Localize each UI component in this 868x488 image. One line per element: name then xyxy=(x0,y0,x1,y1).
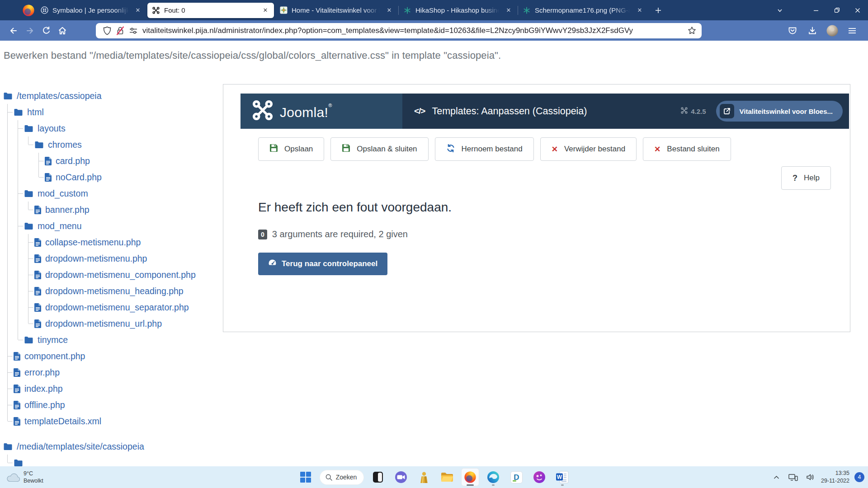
new-tab-button[interactable] xyxy=(651,4,665,17)
clock-widget[interactable]: 13:35 29-11-2022 xyxy=(821,469,849,485)
tab-close-button[interactable]: ✕ xyxy=(261,6,269,14)
browser-tab-5[interactable]: Schermopname176.png (PNG-a✕ xyxy=(518,3,648,18)
pocket-icon[interactable] xyxy=(784,23,801,38)
toolbar-button-1[interactable]: Opslaan xyxy=(258,137,324,161)
home-button[interactable] xyxy=(54,23,71,38)
tree-folder[interactable]: /templates/cassiopeia xyxy=(3,88,216,104)
tree-guide xyxy=(14,169,24,185)
bookmark-star-icon[interactable] xyxy=(688,26,696,35)
tree-folder[interactable]: mod_menu xyxy=(3,218,216,234)
tab-close-button[interactable]: ✕ xyxy=(385,6,393,14)
tab-close-button[interactable]: ✕ xyxy=(505,6,513,14)
browser-tab-4[interactable]: HikaShop - Hikashop business n✕ xyxy=(399,3,517,18)
taskbar-app-word[interactable]: W xyxy=(553,468,571,486)
tray-chevron-up-icon[interactable] xyxy=(771,470,783,484)
list-all-tabs-button[interactable] xyxy=(772,4,788,17)
tree-file[interactable]: collapse-metismenu.php xyxy=(3,234,216,250)
downloads-icon[interactable] xyxy=(804,23,821,38)
tree-guide xyxy=(14,234,24,250)
tree-guide xyxy=(3,380,14,397)
help-button[interactable]: ? Help xyxy=(781,166,831,190)
taskbar-app-firefox[interactable] xyxy=(461,468,479,486)
tab-close-button[interactable]: ✕ xyxy=(636,6,644,14)
tree-file[interactable]: index.php xyxy=(3,380,216,397)
question-icon: ? xyxy=(793,174,797,183)
asterisk-favicon-icon xyxy=(403,6,411,14)
taskbar-app-purple-app[interactable] xyxy=(530,468,548,486)
tree-folder[interactable]: chromes xyxy=(3,136,216,153)
permissions-icon[interactable] xyxy=(129,27,137,34)
taskbar-app-gold-figure[interactable] xyxy=(415,468,433,486)
taskbar-search[interactable]: Zoeken xyxy=(320,470,364,485)
insecure-lock-icon[interactable] xyxy=(116,26,124,35)
minimize-button[interactable] xyxy=(806,0,826,20)
close-button[interactable] xyxy=(847,0,868,20)
tree-file[interactable]: error.php xyxy=(3,364,216,380)
restore-button[interactable] xyxy=(826,0,847,20)
toolbar-button-3[interactable]: Hernoem bestand xyxy=(435,137,534,161)
forward-button[interactable] xyxy=(22,23,38,38)
browser-tab-1[interactable]: Symbaloo | Je persoonlijke Star✕ xyxy=(36,3,146,18)
tree-guide xyxy=(14,315,24,332)
tree-file[interactable]: noCard.php xyxy=(3,169,216,185)
tree-folder[interactable]: /media/templates/site/cassiopeia xyxy=(3,438,216,455)
tree-folder[interactable]: html xyxy=(3,104,216,120)
tree-folder[interactable]: mod_custom xyxy=(3,185,216,202)
taskbar-app-d-app[interactable]: D xyxy=(507,468,525,486)
url-text[interactable]: vitaliteitswinkel.pija.nl/administrator/… xyxy=(142,26,683,35)
account-avatar[interactable] xyxy=(824,23,841,38)
file-icon xyxy=(34,271,41,279)
tree-file[interactable]: card.php xyxy=(3,153,216,169)
back-button[interactable] xyxy=(5,23,22,38)
taskbar-app-file-explorer[interactable] xyxy=(438,468,456,486)
tray-volume-icon[interactable] xyxy=(804,470,816,484)
tree-file[interactable]: offline.php xyxy=(3,397,216,413)
reload-button[interactable] xyxy=(38,23,54,38)
tree-file[interactable]: banner.php xyxy=(3,202,216,218)
tree-file[interactable]: templateDetails.xml xyxy=(3,413,216,429)
tree-guide xyxy=(24,250,34,267)
tracking-shield-icon[interactable] xyxy=(103,26,111,35)
tree-file[interactable]: dropdown-metismenu_separator.php xyxy=(3,299,216,315)
tree-guide xyxy=(3,185,14,202)
tree-item-label: layouts xyxy=(38,123,66,134)
url-bar[interactable]: vitaliteitswinkel.pija.nl/administrator/… xyxy=(96,23,702,38)
tree-guide xyxy=(24,283,34,299)
tree-folder[interactable]: layouts xyxy=(3,120,216,136)
file-icon xyxy=(45,173,52,182)
browser-tab-2[interactable]: Fout: 0✕ xyxy=(147,3,274,18)
tree-file[interactable]: dropdown-metismenu_component.php xyxy=(3,267,216,283)
windows-start-button[interactable] xyxy=(297,468,315,486)
tree-guide xyxy=(24,299,34,315)
external-link-icon xyxy=(720,104,734,118)
taskbar-app-video-call[interactable] xyxy=(392,468,410,486)
tree-item-label: dropdown-metismenu_separator.php xyxy=(45,302,189,313)
toolbar-button-2[interactable]: Opslaan & sluiten xyxy=(330,137,428,161)
taskbar-app-phone-link[interactable] xyxy=(369,468,387,486)
toolbar-button-5[interactable]: ✕Bestand sluiten xyxy=(643,137,731,161)
file-explorer-icon xyxy=(440,472,454,483)
tree-guide xyxy=(3,218,14,234)
taskbar-app-edge-browser[interactable] xyxy=(484,468,502,486)
folder-icon xyxy=(24,125,33,132)
menu-hamburger-icon[interactable] xyxy=(844,23,861,38)
code-icon: </> xyxy=(414,106,425,116)
tree-folder[interactable]: tinymce xyxy=(3,332,216,348)
file-icon xyxy=(14,368,20,377)
back-to-controlpanel-button[interactable]: Terug naar controlepaneel xyxy=(258,253,387,275)
tree-file[interactable]: component.php xyxy=(3,348,216,364)
tab-close-button[interactable]: ✕ xyxy=(134,6,142,14)
joomla-brand-text: Joomla!® xyxy=(280,103,332,120)
tree-folder-partial[interactable] xyxy=(3,455,216,466)
tree-file[interactable]: dropdown-metismenu_heading.php xyxy=(3,283,216,299)
browser-tab-3[interactable]: Home - Vitaliteitswinkel voor Bl✕ xyxy=(275,3,398,18)
tree-file[interactable]: dropdown-metismenu.php xyxy=(3,250,216,267)
tray-network-icon[interactable] xyxy=(788,470,799,484)
tree-file[interactable]: dropdown-metismenu_url.php xyxy=(3,315,216,332)
toolbar-button-label: Hernoem bestand xyxy=(462,145,523,154)
notification-count-badge[interactable]: 4 xyxy=(854,472,864,482)
file-icon xyxy=(34,238,41,247)
site-preview-button[interactable]: Vitaliteitswinkel voor Bloes... xyxy=(716,101,843,122)
toolbar-button-4[interactable]: ✕Verwijder bestand xyxy=(540,137,637,161)
tree-item-label: dropdown-metismenu_heading.php xyxy=(45,286,184,296)
